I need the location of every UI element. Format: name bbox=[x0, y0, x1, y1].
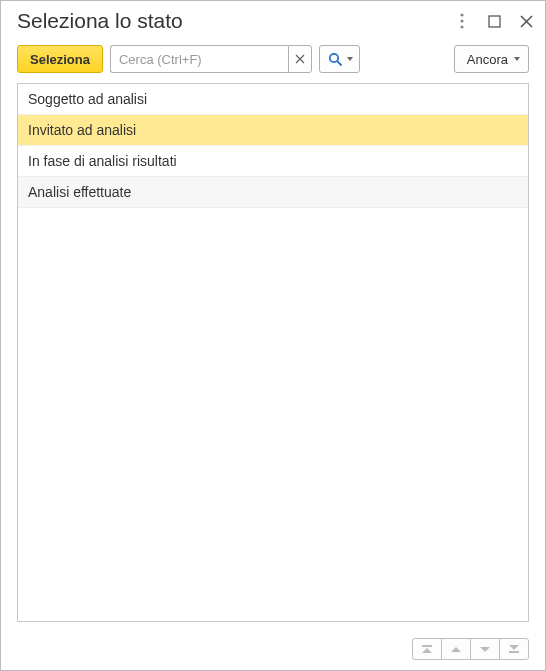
chevron-down-icon bbox=[347, 57, 353, 61]
nav-first-button[interactable] bbox=[412, 638, 442, 660]
list-item-label: In fase di analisi risultati bbox=[28, 153, 177, 169]
nav-buttons bbox=[412, 638, 529, 660]
footer bbox=[1, 632, 545, 670]
svg-point-2 bbox=[460, 25, 463, 28]
nav-down-button[interactable] bbox=[470, 638, 500, 660]
more-button-label: Ancora bbox=[467, 52, 508, 67]
svg-point-8 bbox=[330, 53, 338, 61]
status-list[interactable]: Soggetto ad analisi Invitato ad analisi … bbox=[17, 83, 529, 622]
maximize-icon[interactable] bbox=[485, 12, 503, 30]
go-bottom-icon bbox=[509, 645, 519, 653]
chevron-down-icon bbox=[514, 57, 520, 61]
more-button[interactable]: Ancora bbox=[454, 45, 529, 73]
triangle-up-icon bbox=[451, 647, 461, 652]
toolbar: Seleziona Ancora bbox=[1, 37, 545, 83]
go-top-icon bbox=[422, 645, 432, 653]
triangle-down-icon bbox=[480, 647, 490, 652]
select-button[interactable]: Seleziona bbox=[17, 45, 103, 73]
list-item-label: Invitato ad analisi bbox=[28, 122, 136, 138]
clear-search-button[interactable] bbox=[288, 45, 312, 73]
list-item[interactable]: Analisi effettuate bbox=[18, 177, 528, 208]
svg-rect-3 bbox=[489, 16, 500, 27]
list-item-label: Soggetto ad analisi bbox=[28, 91, 147, 107]
svg-point-0 bbox=[460, 13, 463, 16]
nav-up-button[interactable] bbox=[441, 638, 471, 660]
kebab-menu-icon[interactable] bbox=[453, 12, 471, 30]
list-item[interactable]: In fase di analisi risultati bbox=[18, 146, 528, 177]
magnifier-icon bbox=[328, 52, 343, 67]
list-item[interactable]: Invitato ad analisi bbox=[18, 115, 528, 146]
search-input[interactable] bbox=[110, 45, 288, 73]
x-icon bbox=[295, 54, 305, 64]
nav-last-button[interactable] bbox=[499, 638, 529, 660]
titlebar: Seleziona lo stato bbox=[1, 1, 545, 37]
search-group bbox=[110, 45, 312, 73]
list-item[interactable]: Soggetto ad analisi bbox=[18, 84, 528, 115]
svg-point-1 bbox=[460, 19, 463, 22]
dialog-window: Seleziona lo stato Seleziona bbox=[0, 0, 546, 671]
svg-line-9 bbox=[337, 61, 341, 65]
list-item-label: Analisi effettuate bbox=[28, 184, 131, 200]
close-icon[interactable] bbox=[517, 12, 535, 30]
window-title: Seleziona lo stato bbox=[17, 9, 453, 33]
search-button[interactable] bbox=[319, 45, 360, 73]
titlebar-controls bbox=[453, 12, 535, 30]
select-button-label: Seleziona bbox=[30, 52, 90, 67]
